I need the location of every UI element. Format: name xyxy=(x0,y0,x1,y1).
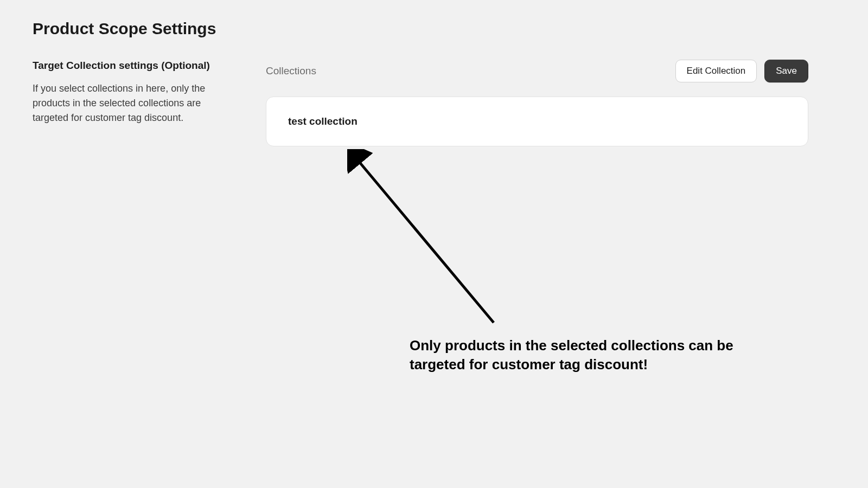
content-row: Target Collection settings (Optional) If… xyxy=(33,60,835,146)
section-description: If you select collections in here, only … xyxy=(33,81,233,125)
collection-item: test collection xyxy=(288,115,786,127)
edit-collection-button[interactable]: Edit Collection xyxy=(675,60,757,82)
page-root: Product Scope Settings Target Collection… xyxy=(0,0,868,488)
annotation-text: Only products in the selected collection… xyxy=(410,336,746,374)
collections-label: Collections xyxy=(266,65,316,77)
button-group: Edit Collection Save xyxy=(675,60,808,82)
page-title: Product Scope Settings xyxy=(33,20,835,38)
right-header: Collections Edit Collection Save xyxy=(266,60,808,82)
arrow-icon xyxy=(347,149,510,333)
right-column: Collections Edit Collection Save test co… xyxy=(266,60,808,146)
save-button[interactable]: Save xyxy=(764,60,808,82)
left-column: Target Collection settings (Optional) If… xyxy=(33,60,233,146)
section-heading: Target Collection settings (Optional) xyxy=(33,60,233,72)
svg-line-1 xyxy=(355,157,494,323)
collections-card: test collection xyxy=(266,97,808,146)
